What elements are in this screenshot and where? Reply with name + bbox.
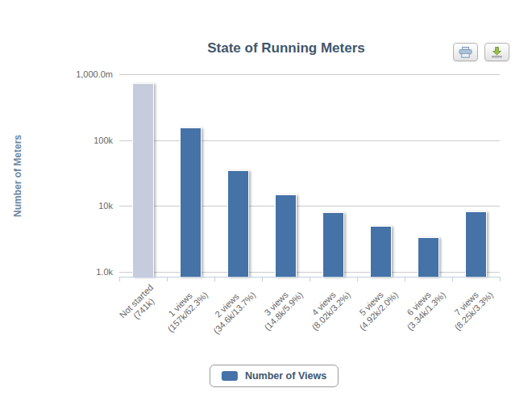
bar-not-started[interactable] — [132, 83, 154, 277]
print-chart-button[interactable] — [453, 43, 478, 61]
x-axis-category-label: 5 views (4.92k/2.0%) — [350, 282, 400, 332]
y-axis-tick-label: 1.0k — [32, 267, 113, 277]
x-axis-tick — [405, 278, 405, 282]
y-axis-tick-label: 100k — [32, 136, 113, 145]
x-axis-tick — [310, 278, 310, 282]
bar-1-views[interactable] — [180, 127, 202, 277]
bar-4-views[interactable] — [322, 212, 344, 277]
legend-label: Number of Views — [245, 370, 326, 382]
download-chart-button[interactable] — [484, 43, 509, 61]
x-axis-tick — [167, 278, 168, 282]
x-axis-category-label: 7 views (8.25k/3.3%) — [445, 282, 495, 332]
bar-2-views[interactable] — [227, 170, 249, 277]
x-axis-category-label: Not started (741k) — [117, 282, 162, 328]
y-axis-tick-label: 10k — [32, 201, 113, 211]
chart-container: State of Running Meters Number of Meters… — [0, 0, 532, 409]
bar-5-views[interactable] — [370, 226, 392, 277]
x-axis-category-label: 4 views (8.02k/3.2%) — [302, 282, 352, 332]
y-axis-tick-label: 1,000.0m — [32, 69, 113, 79]
printer-icon — [459, 47, 472, 58]
x-axis-category-label: 2 views (34.6k/13.7%) — [204, 282, 258, 336]
download-icon — [490, 47, 504, 58]
x-axis-tick — [119, 278, 120, 282]
bar-6-views[interactable] — [418, 237, 439, 277]
gridline-10k — [119, 206, 500, 207]
legend[interactable]: Number of Views — [210, 365, 339, 387]
x-axis-tick — [452, 278, 453, 282]
x-axis-category-label: 3 views (14.8k/5.9%) — [255, 282, 305, 332]
gridline-1,000.0m — [119, 74, 500, 75]
bar-7-views[interactable] — [465, 211, 487, 277]
gridline-1.0k — [119, 272, 500, 273]
chart-title: State of Running Meters — [77, 40, 496, 56]
gridline-100k — [119, 140, 500, 141]
x-axis-tick — [357, 278, 358, 282]
x-axis-category-label: 1 views (157k/62.3%) — [158, 282, 210, 335]
x-axis-category-label: 6 views (3.34k/1.3%) — [397, 282, 447, 332]
x-axis-tick — [262, 278, 263, 282]
legend-swatch-icon — [222, 371, 238, 381]
bar-3-views[interactable] — [275, 194, 297, 277]
y-axis-title: Number of Meters — [12, 135, 23, 217]
x-axis-tick — [500, 278, 501, 282]
x-axis-tick — [214, 278, 215, 282]
